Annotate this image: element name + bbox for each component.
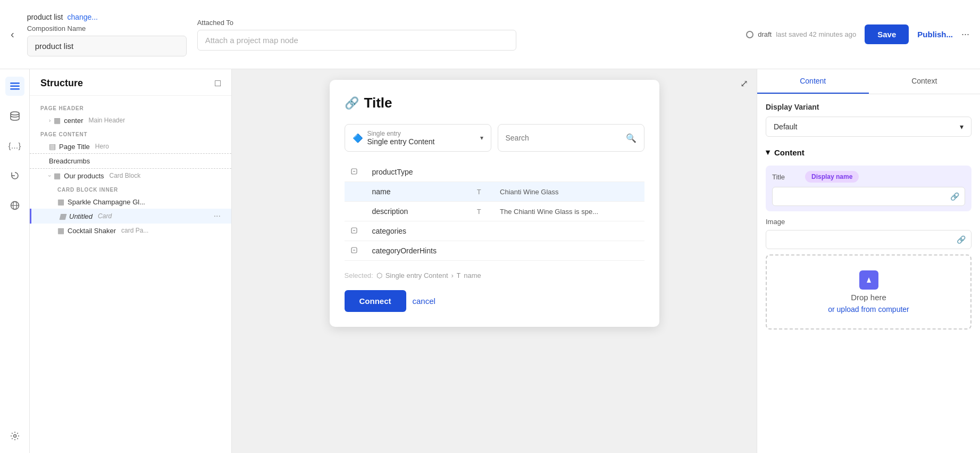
table-row-categories[interactable]: categories — [345, 221, 644, 241]
field-type: T — [471, 202, 493, 221]
chevron-icon[interactable]: › — [49, 118, 51, 123]
main-area: {…} Structure □ PAGE HEADER › ▦ center M… — [0, 69, 980, 453]
selected-type: Single entry Content — [386, 271, 448, 279]
field-name: productType — [366, 162, 471, 182]
section-collapse-icon: ▾ — [766, 147, 770, 157]
fields-table: productType name T Chianti Wine Glass de… — [345, 162, 644, 261]
save-button[interactable]: Save — [865, 24, 909, 44]
composition-name-input[interactable] — [27, 36, 187, 56]
item-sub: Card — [98, 212, 112, 220]
sidebar-history-icon[interactable] — [5, 166, 24, 185]
entry-type-dropdown[interactable]: 🔷 Single entry Single entry Content ▾ — [345, 124, 491, 152]
tree-item-cocktail[interactable]: ▦ Cocktail Shaker card Pa... — [30, 224, 231, 237]
tree-item-center[interactable]: › ▦ center Main Header — [30, 113, 231, 127]
svg-point-7 — [13, 435, 16, 438]
variant-select[interactable]: Default ▾ — [766, 117, 971, 137]
content-field-image: Image 🔗 Drop here or upload from compute… — [766, 218, 971, 330]
search-box[interactable]: 🔍 — [498, 124, 644, 152]
attached-to-section: Attached To Attach a project map node — [197, 19, 516, 51]
item-name: Sparkle Champagne Gl... — [68, 198, 145, 206]
last-saved-text: last saved 42 minutes ago — [776, 30, 856, 38]
product-list-row: product list change... — [27, 13, 187, 21]
composition-name-label: Composition Name — [27, 24, 187, 32]
content-section-header[interactable]: ▾ Content — [766, 147, 971, 157]
svg-rect-1 — [10, 86, 20, 87]
entry-type-icon: 🔷 — [353, 133, 363, 143]
more-options-icon[interactable]: ··· — [214, 211, 221, 221]
upload-link[interactable]: or upload from computer — [828, 305, 909, 314]
image-field-box: 🔗 — [766, 230, 971, 249]
modal-actions: Connect cancel — [345, 290, 644, 312]
field-value: Chianti Wine Glass — [493, 182, 644, 202]
modal-panel: 🔗 Title 🔷 Single entry Single entry Cont… — [330, 80, 659, 327]
sidebar-code-icon[interactable]: {…} — [5, 136, 24, 155]
item-sub: Card Block — [110, 172, 141, 179]
drop-zone-text: Drop here — [851, 293, 886, 302]
sidebar-globe-icon[interactable] — [5, 196, 24, 215]
section-label-page-header: PAGE HEADER — [30, 101, 231, 113]
more-options-button[interactable]: ··· — [961, 29, 969, 40]
content-field-title: Title Display name 🔗 — [766, 166, 971, 211]
drop-zone[interactable]: Drop here or upload from computer — [766, 254, 971, 330]
sidebar-database-icon[interactable] — [5, 106, 24, 126]
search-icon: 🔍 — [626, 133, 636, 143]
svg-point-3 — [11, 112, 19, 115]
item-name: center — [64, 117, 83, 125]
tab-content[interactable]: Content — [757, 69, 869, 94]
item-name: Breadcrumbs — [49, 157, 90, 165]
expand-cell[interactable] — [345, 221, 366, 241]
search-input[interactable] — [506, 134, 622, 142]
item-name: Cocktail Shaker — [68, 227, 116, 235]
expand-button[interactable]: ⤢ — [740, 78, 748, 89]
tree-item-untitled[interactable]: ▦ Untitled Card ··· — [30, 209, 231, 224]
cancel-button[interactable]: cancel — [413, 296, 435, 306]
svg-rect-0 — [10, 83, 20, 84]
tree-item-breadcrumbs[interactable]: Breadcrumbs — [30, 153, 231, 169]
tab-context[interactable]: Context — [869, 69, 981, 94]
structure-toggle-button[interactable]: □ — [215, 78, 221, 89]
selected-info: Selected: ⬡ Single entry Content › T nam… — [345, 271, 644, 279]
dropdown-chevron-icon: ▾ — [480, 134, 483, 142]
image-label: Image — [766, 218, 971, 226]
sidebar-settings-icon[interactable] — [5, 426, 24, 446]
structure-panel: Structure □ PAGE HEADER › ▦ center Main … — [30, 69, 232, 453]
tree-item-our-products[interactable]: › ▦ Our products Card Block — [30, 169, 231, 183]
field-name: description — [366, 202, 471, 221]
connect-button[interactable]: Connect — [345, 290, 406, 312]
title-link-icon[interactable]: 🔗 — [950, 192, 959, 201]
table-row-categoryorderhints[interactable]: categoryOrderHints — [345, 241, 644, 261]
draft-label: draft — [758, 30, 772, 38]
item-sub: Main Header — [88, 117, 125, 124]
center-area: ⤢ 🔗 Title 🔷 Single entry Single entry Co… — [232, 69, 757, 453]
field-value: The Chianti Wine Glass is spe... — [493, 202, 644, 221]
table-row-description[interactable]: description T The Chianti Wine Glass is … — [345, 202, 644, 221]
chevron-expanded-icon[interactable]: › — [47, 175, 53, 176]
field-type: T — [471, 182, 493, 202]
expand-cell[interactable] — [345, 162, 366, 182]
attach-node-input[interactable]: Attach a project map node — [197, 30, 516, 51]
svg-marker-14 — [867, 277, 871, 283]
modal-title-row: 🔗 Title — [345, 95, 644, 111]
tree-item-page-title[interactable]: ▤ Page Title Hero — [30, 139, 231, 153]
table-row-producttype[interactable]: productType — [345, 162, 644, 182]
top-bar-left: product list change... Composition Name — [27, 13, 187, 56]
expand-cell[interactable] — [345, 241, 366, 261]
draft-status: draft last saved 42 minutes ago — [746, 30, 856, 38]
field-name: name — [366, 182, 471, 202]
content-section: ▾ Content Title Display name 🔗 — [766, 147, 971, 330]
modal-dropdowns: 🔷 Single entry Single entry Content ▾ 🔍 — [345, 124, 644, 152]
top-bar-right: draft last saved 42 minutes ago Save Pub… — [746, 24, 969, 44]
table-row-name[interactable]: name T Chianti Wine Glass — [345, 182, 644, 202]
attached-to-label: Attached To — [197, 19, 516, 27]
back-button[interactable]: ‹ — [11, 28, 14, 40]
section-label-page-content: PAGE CONTENT — [30, 127, 231, 139]
image-link-icon[interactable]: 🔗 — [957, 235, 966, 244]
publish-button[interactable]: Publish... — [917, 30, 953, 39]
drop-zone-icon — [859, 270, 878, 290]
entry-dropdown-text: Single entry Single entry Content — [367, 130, 476, 146]
change-link[interactable]: change... — [67, 13, 98, 21]
structure-header: Structure □ — [30, 69, 231, 96]
sidebar-menu-icon[interactable] — [5, 77, 24, 96]
tree-item-sparkle[interactable]: ▦ Sparkle Champagne Gl... — [30, 195, 231, 209]
item-icon: ▦ — [54, 116, 61, 125]
